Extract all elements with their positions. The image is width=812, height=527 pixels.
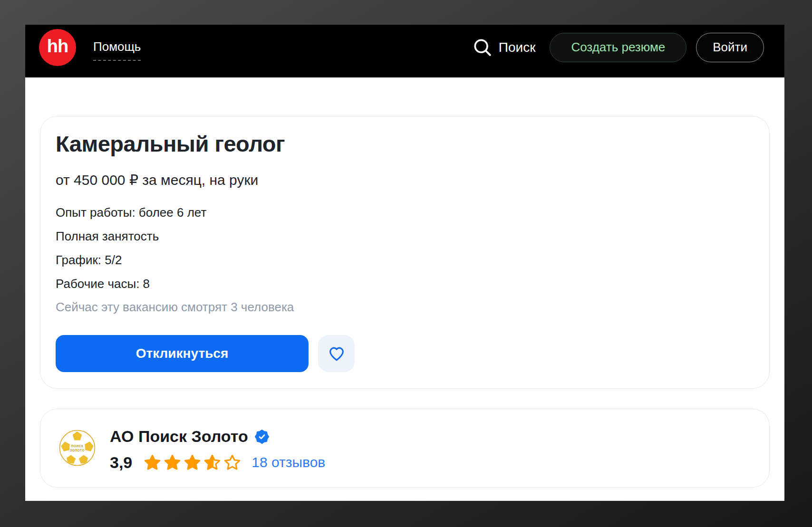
company-logo-text-1: ПОИСК — [71, 444, 84, 448]
favorite-button[interactable] — [318, 335, 355, 372]
create-resume-button[interactable]: Создать резюме — [550, 33, 686, 62]
company-card: ПОИСК ЗОЛОТО АО Поиск Золото 3,9 18 отзы… — [40, 409, 770, 488]
site-header: hh Помощь Поиск Создать резюме Войти — [25, 25, 784, 77]
vacancy-experience: Опыт работы: более 6 лет — [56, 205, 206, 220]
company-link[interactable]: АО Поиск Золото — [110, 427, 269, 446]
vacancy-title: Камеральный геолог — [56, 131, 285, 157]
vacancy-employment: Полная занятость — [56, 229, 159, 244]
star-icon — [144, 454, 161, 471]
star-icon — [164, 454, 181, 471]
vacancy-card: Камеральный геолог от 450 000 ₽ за месяц… — [40, 116, 770, 389]
vacancy-working-hours: Рабочие часы: 8 — [56, 276, 150, 291]
browser-page: hh Помощь Поиск Создать резюме Войти Кам… — [25, 25, 784, 501]
reviews-link[interactable]: 18 отзывов — [251, 454, 325, 470]
star-icon — [184, 454, 201, 471]
company-rating: 3,9 — [110, 453, 132, 472]
header-search[interactable]: Поиск — [473, 38, 536, 57]
hh-logo[interactable]: hh — [39, 29, 76, 66]
star-icon — [223, 454, 241, 471]
company-name: АО Поиск Золото — [110, 427, 248, 446]
hh-logo-text: hh — [47, 36, 68, 58]
vacancy-salary: от 450 000 ₽ за месяц, на руки — [56, 172, 258, 188]
star-icon — [203, 454, 221, 471]
vacancy-schedule: График: 5/2 — [56, 252, 122, 268]
login-button[interactable]: Войти — [696, 33, 764, 62]
apply-button[interactable]: Откликнуться — [56, 335, 309, 372]
star-rating — [144, 454, 241, 471]
viewers-note: Сейчас эту вакансию смотрят 3 человека — [56, 300, 294, 315]
company-logo-text-2: ЗОЛОТО — [70, 449, 85, 452]
nav-help-link[interactable]: Помощь — [93, 39, 141, 61]
search-icon — [473, 38, 492, 57]
search-label: Поиск — [499, 40, 536, 55]
verified-badge-icon — [255, 430, 269, 444]
page-content: Камеральный геолог от 450 000 ₽ за месяц… — [25, 77, 784, 501]
company-rating-row: 3,9 18 отзывов — [110, 453, 325, 472]
company-logo: ПОИСК ЗОЛОТО — [59, 430, 96, 466]
heart-icon — [327, 344, 346, 363]
